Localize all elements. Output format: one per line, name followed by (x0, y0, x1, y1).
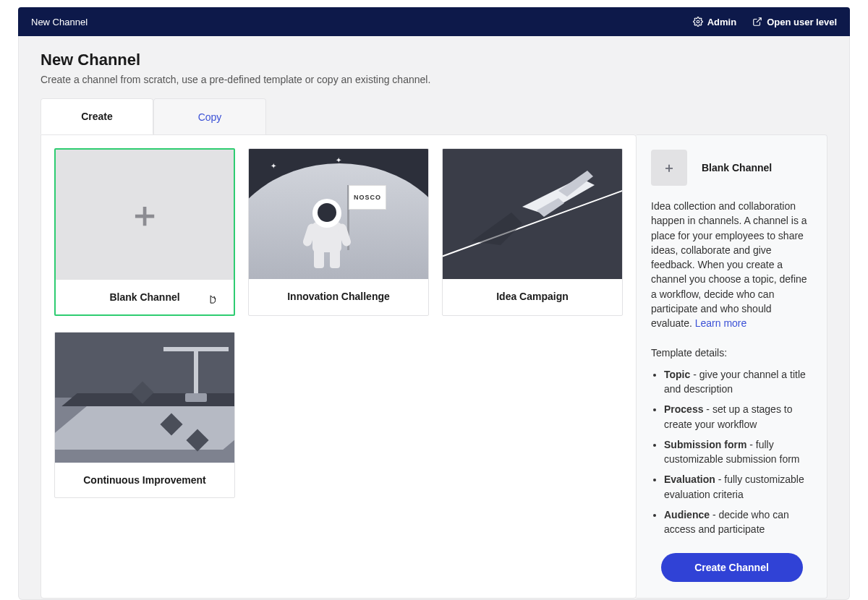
learn-more-link[interactable]: Learn more (695, 317, 747, 329)
card-title: Idea Campaign (443, 279, 622, 314)
svg-line-1 (757, 18, 761, 22)
content-row: ＋ Blank Channel ✦ ✦ ✦ ✦ NOSCO (41, 134, 827, 599)
template-card-idea-campaign[interactable]: Idea Campaign (442, 148, 623, 316)
plus-icon: ＋ (127, 192, 162, 238)
svg-point-0 (697, 20, 699, 23)
page-body: New Channel Create a channel from scratc… (18, 36, 850, 600)
card-image-campaign (443, 149, 622, 279)
list-item: Evaluation - fully customizable evaluati… (664, 472, 812, 502)
flag-label: NOSCO (349, 185, 386, 210)
list-item: Audience - decide who can access and par… (664, 507, 812, 537)
template-cards-panel: ＋ Blank Channel ✦ ✦ ✦ ✦ NOSCO (41, 134, 637, 599)
page-title: New Channel (41, 51, 827, 69)
card-title: Continuous Improvement (55, 463, 234, 497)
sidebar-header: ＋ Blank Channel (651, 150, 812, 186)
template-details-heading: Template details: (651, 347, 812, 359)
sidebar-description: Idea collection and collaboration happen… (651, 199, 812, 331)
template-card-continuous-improvement[interactable]: Continuous Improvement (54, 332, 235, 498)
tabs: Create Copy (41, 98, 827, 134)
card-image-innovation: ✦ ✦ ✦ ✦ NOSCO (249, 149, 428, 279)
admin-link[interactable]: Admin (693, 17, 736, 27)
plane-icon (515, 171, 602, 221)
topbar: New Channel Admin Open user level (18, 7, 850, 36)
tab-copy[interactable]: Copy (153, 98, 266, 134)
plus-icon: ＋ (651, 150, 687, 186)
card-title: Blank Channel (56, 280, 234, 314)
template-details-list: Topic - give your channel a title and de… (651, 367, 812, 537)
open-user-level-link[interactable]: Open user level (752, 17, 837, 27)
topbar-actions: Admin Open user level (693, 17, 837, 27)
astronaut-icon (305, 199, 349, 267)
card-image-blank: ＋ (56, 150, 234, 280)
card-image-continuous (55, 333, 234, 463)
sidebar-title: Blank Channel (702, 162, 772, 173)
list-item: Topic - give your channel a title and de… (664, 367, 812, 397)
list-item: Submission form - fully customizable sub… (664, 437, 812, 467)
page-subtitle: Create a channel from scratch, use a pre… (41, 74, 827, 85)
template-card-innovation-challenge[interactable]: ✦ ✦ ✦ ✦ NOSCO Innovation Challenge (248, 148, 429, 316)
tab-create[interactable]: Create (41, 98, 153, 134)
card-title: Innovation Challenge (249, 279, 428, 314)
topbar-title: New Channel (31, 17, 693, 27)
admin-label: Admin (707, 17, 736, 27)
list-item: Process - set up a stages to create your… (664, 402, 812, 432)
template-card-blank[interactable]: ＋ Blank Channel (54, 148, 235, 316)
external-link-icon (752, 17, 762, 27)
create-channel-button[interactable]: Create Channel (661, 553, 803, 582)
open-user-level-label: Open user level (767, 17, 837, 27)
gear-icon (693, 17, 703, 27)
template-detail-sidebar: ＋ Blank Channel Idea collection and coll… (637, 134, 827, 599)
